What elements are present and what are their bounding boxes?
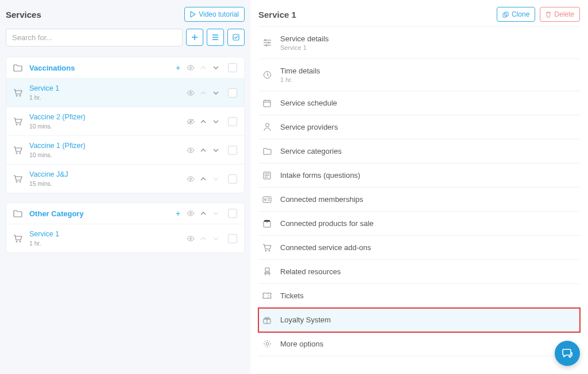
add-service-button[interactable]: +	[174, 63, 182, 72]
service-row[interactable]: Vaccine 2 (Pfizer) 10 mins.	[6, 107, 244, 136]
service-row[interactable]: Vaccine 1 (Pfizer) 10 mins.	[6, 136, 244, 165]
service-checkbox[interactable]	[228, 234, 237, 243]
video-tutorial-label: Video tutorial	[199, 10, 239, 18]
move-down-button[interactable]	[212, 149, 220, 152]
svg-point-18	[20, 241, 21, 242]
section-service-categories[interactable]: Service categories	[258, 139, 580, 163]
section-label: Service categories	[280, 147, 342, 155]
section-more-options[interactable]: More options	[258, 332, 580, 356]
service-checkbox[interactable]	[228, 88, 237, 98]
clone-label: Clone	[512, 10, 529, 18]
service-duration: 10 mins.	[29, 123, 187, 130]
service-row[interactable]: Service 1 1 hr.	[6, 79, 244, 107]
chair-icon	[262, 267, 272, 276]
chat-button[interactable]	[555, 341, 580, 366]
section-label: Service schedule	[280, 99, 337, 107]
move-down-button[interactable]	[212, 91, 220, 95]
move-down-button[interactable]	[212, 66, 220, 69]
section-label: Loyalty System	[280, 315, 331, 324]
select-all-button[interactable]	[227, 29, 245, 46]
visibility-toggle[interactable]	[187, 211, 195, 216]
category-row[interactable]: Other Category +	[6, 203, 244, 224]
category-card: Other Category + Service 1 1 hr.	[6, 202, 245, 253]
check-square-icon	[233, 34, 239, 41]
section-label: More options	[280, 340, 323, 348]
ticket-icon	[262, 293, 272, 299]
trash-icon	[546, 11, 551, 18]
gift-icon	[262, 316, 272, 324]
search-input[interactable]	[6, 29, 183, 46]
visibility-toggle[interactable]	[187, 119, 195, 124]
svg-point-19	[190, 237, 192, 239]
service-name: Service 1	[29, 84, 187, 93]
folder-icon	[262, 147, 272, 155]
svg-point-16	[190, 213, 192, 215]
svg-point-4	[20, 95, 21, 96]
move-up-button	[199, 91, 207, 95]
section-service-providers[interactable]: Service providers	[258, 115, 580, 139]
section-sublabel: Service 1	[280, 44, 329, 51]
form-icon	[262, 172, 272, 180]
visibility-toggle[interactable]	[187, 65, 195, 71]
svg-point-7	[20, 124, 21, 125]
video-tutorial-button[interactable]: Video tutorial	[184, 7, 245, 22]
gear-icon	[262, 340, 272, 348]
section-loyalty-system[interactable]: Loyalty System	[258, 308, 580, 332]
service-row[interactable]: Vaccine J&J 15 mins.	[6, 165, 244, 193]
visibility-toggle[interactable]	[187, 90, 195, 96]
section-tickets[interactable]: Tickets	[258, 284, 580, 308]
category-card: Vaccinations +	[6, 57, 245, 193]
clone-button[interactable]: Clone	[497, 7, 535, 22]
move-down-button	[212, 212, 220, 215]
visibility-toggle[interactable]	[187, 176, 195, 182]
service-checkbox[interactable]	[228, 174, 237, 184]
visibility-toggle[interactable]	[187, 147, 195, 153]
move-up-button	[199, 66, 207, 69]
svg-rect-1	[233, 34, 239, 40]
section-time-details[interactable]: Time details 1 hr.	[258, 59, 580, 91]
section-intake-forms[interactable]: Intake forms (questions)	[258, 163, 580, 188]
section-connected-products[interactable]: Connected products for sale	[258, 212, 580, 236]
section-connected-memberships[interactable]: Connected memberships	[258, 188, 580, 212]
category-checkbox[interactable]	[228, 63, 237, 72]
move-up-button[interactable]	[199, 149, 207, 152]
add-service-button[interactable]: +	[174, 209, 182, 218]
section-label: Service providers	[280, 123, 338, 131]
service-checkbox[interactable]	[228, 146, 237, 155]
move-up-button[interactable]	[199, 177, 207, 181]
delete-button[interactable]: Delete	[540, 7, 580, 22]
detail-title: Service 1	[258, 10, 296, 20]
cart-icon	[13, 89, 25, 97]
svg-point-5	[190, 92, 192, 94]
move-down-button	[212, 237, 220, 240]
section-label: Connected service add-ons	[280, 243, 371, 252]
section-label: Related resources	[280, 267, 341, 276]
section-service-schedule[interactable]: Service schedule	[258, 91, 580, 115]
section-service-details[interactable]: Service details Service 1	[258, 26, 580, 59]
category-checkbox[interactable]	[228, 209, 237, 218]
services-panel: Services Video tutorial	[0, 0, 250, 374]
membership-icon	[262, 196, 272, 203]
service-name: Vaccine 2 (Pfizer)	[29, 113, 187, 122]
section-label: Connected memberships	[280, 195, 363, 204]
add-button[interactable]	[186, 29, 203, 46]
move-down-button[interactable]	[212, 120, 220, 123]
cart-icon	[262, 244, 272, 252]
visibility-toggle[interactable]	[187, 236, 195, 241]
svg-marker-0	[191, 11, 195, 17]
service-name: Vaccine J&J	[29, 170, 187, 179]
category-name: Other Category	[29, 209, 84, 218]
move-up-button[interactable]	[199, 212, 207, 215]
svg-point-32	[265, 250, 266, 251]
move-up-button[interactable]	[199, 120, 207, 123]
section-related-resources[interactable]: Related resources	[258, 260, 580, 284]
service-name: Service 1	[29, 230, 187, 239]
section-connected-addons[interactable]: Connected service add-ons	[258, 236, 580, 260]
folder-icon	[13, 64, 25, 72]
cart-icon	[13, 146, 25, 154]
section-label: Service details	[280, 34, 329, 43]
service-row[interactable]: Service 1 1 hr.	[6, 224, 244, 252]
service-checkbox[interactable]	[228, 117, 237, 126]
category-row[interactable]: Vaccinations +	[6, 57, 244, 79]
list-view-button[interactable]	[207, 29, 224, 46]
